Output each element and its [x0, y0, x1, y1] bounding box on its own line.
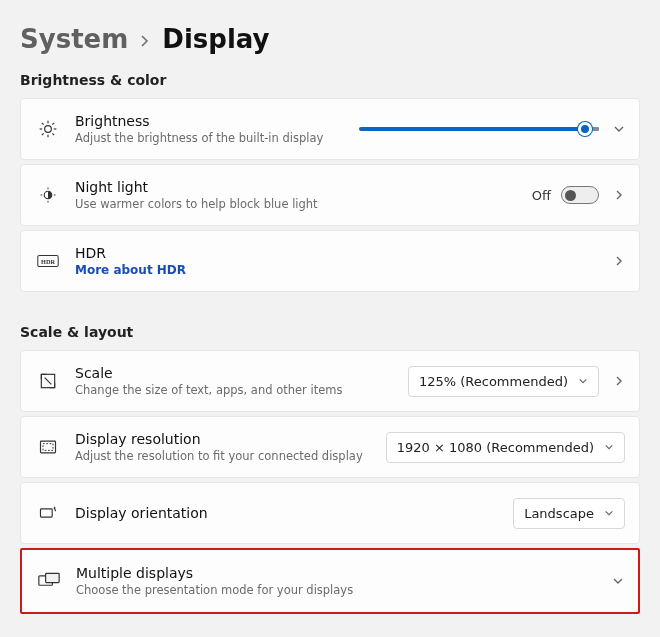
- multiple-displays-subtitle: Choose the presentation mode for your di…: [76, 583, 598, 597]
- section-header-brightness-color: Brightness & color: [20, 72, 640, 88]
- svg-line-7: [42, 133, 44, 135]
- chevron-down-icon: [578, 376, 588, 386]
- breadcrumb-parent[interactable]: System: [20, 24, 128, 54]
- page-title: Display: [162, 24, 269, 54]
- multiple-displays-icon: [36, 572, 62, 590]
- night-light-row[interactable]: Night light Use warmer colors to help bl…: [20, 164, 640, 226]
- multiple-displays-title: Multiple displays: [76, 565, 598, 581]
- brightness-title: Brightness: [75, 113, 345, 129]
- orientation-icon: [35, 503, 61, 523]
- scale-dropdown[interactable]: 125% (Recommended): [408, 366, 599, 397]
- night-light-title: Night light: [75, 179, 518, 195]
- hdr-title: HDR: [75, 245, 599, 261]
- svg-rect-18: [43, 444, 53, 451]
- brightness-row[interactable]: Brightness Adjust the brightness of the …: [20, 98, 640, 160]
- chevron-down-icon[interactable]: [612, 575, 624, 587]
- brightness-subtitle: Adjust the brightness of the built-in di…: [75, 131, 345, 145]
- svg-line-8: [52, 123, 54, 125]
- night-light-state-label: Off: [532, 188, 551, 203]
- orientation-dropdown[interactable]: Landscape: [513, 498, 625, 529]
- night-light-subtitle: Use warmer colors to help block blue lig…: [75, 197, 518, 211]
- svg-text:HDR: HDR: [41, 258, 55, 265]
- hdr-icon: HDR: [35, 254, 61, 268]
- resolution-value: 1920 × 1080 (Recommended): [397, 440, 594, 455]
- slider-thumb[interactable]: [578, 122, 592, 136]
- breadcrumb: System Display: [20, 24, 640, 54]
- chevron-down-icon: [604, 508, 614, 518]
- scale-value: 125% (Recommended): [419, 374, 568, 389]
- night-light-toggle[interactable]: [561, 186, 599, 204]
- svg-line-5: [42, 123, 44, 125]
- scale-subtitle: Change the size of text, apps, and other…: [75, 383, 394, 397]
- resolution-dropdown[interactable]: 1920 × 1080 (Recommended): [386, 432, 625, 463]
- chevron-right-icon[interactable]: [613, 375, 625, 387]
- chevron-down-icon[interactable]: [613, 123, 625, 135]
- hdr-row[interactable]: HDR HDR More about HDR: [20, 230, 640, 292]
- svg-line-6: [52, 133, 54, 135]
- resolution-title: Display resolution: [75, 431, 372, 447]
- resolution-row[interactable]: Display resolution Adjust the resolution…: [20, 416, 640, 478]
- night-light-icon: [35, 185, 61, 205]
- toggle-knob: [565, 190, 576, 201]
- multiple-displays-highlight: Multiple displays Choose the presentatio…: [20, 548, 640, 614]
- orientation-value: Landscape: [524, 506, 594, 521]
- chevron-right-icon[interactable]: [613, 255, 625, 267]
- brightness-icon: [35, 119, 61, 139]
- brightness-slider[interactable]: [359, 127, 599, 131]
- orientation-title: Display orientation: [75, 505, 499, 521]
- chevron-right-icon[interactable]: [613, 189, 625, 201]
- svg-point-0: [45, 126, 52, 133]
- section-header-scale-layout: Scale & layout: [20, 324, 640, 340]
- svg-rect-21: [46, 573, 60, 582]
- hdr-more-link[interactable]: More about HDR: [75, 263, 599, 277]
- orientation-row[interactable]: Display orientation Landscape: [20, 482, 640, 544]
- resolution-icon: [35, 437, 61, 457]
- resolution-subtitle: Adjust the resolution to fit your connec…: [75, 449, 372, 463]
- scale-row[interactable]: Scale Change the size of text, apps, and…: [20, 350, 640, 412]
- scale-title: Scale: [75, 365, 394, 381]
- svg-rect-19: [41, 509, 53, 517]
- chevron-right-icon: [140, 34, 150, 48]
- scale-icon: [35, 371, 61, 391]
- multiple-displays-row[interactable]: Multiple displays Choose the presentatio…: [22, 550, 638, 612]
- chevron-down-icon: [604, 442, 614, 452]
